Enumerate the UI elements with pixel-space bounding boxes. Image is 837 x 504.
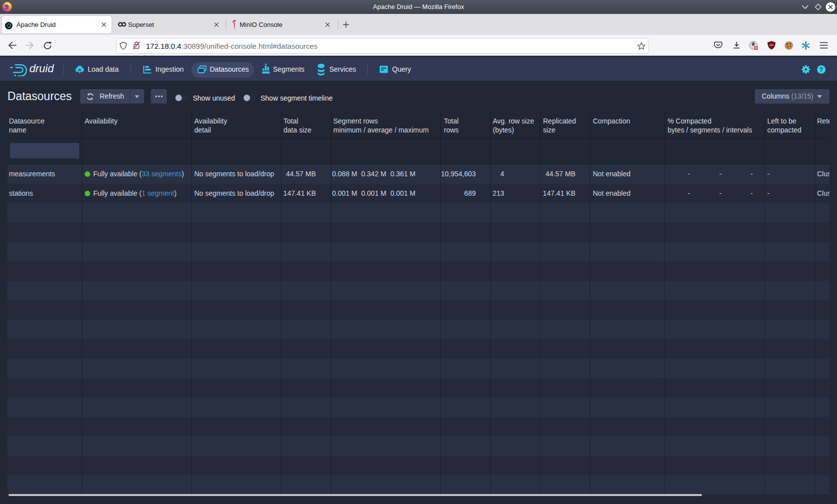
svg-text:uO: uO [769, 43, 773, 46]
svg-text:?: ? [820, 66, 823, 73]
